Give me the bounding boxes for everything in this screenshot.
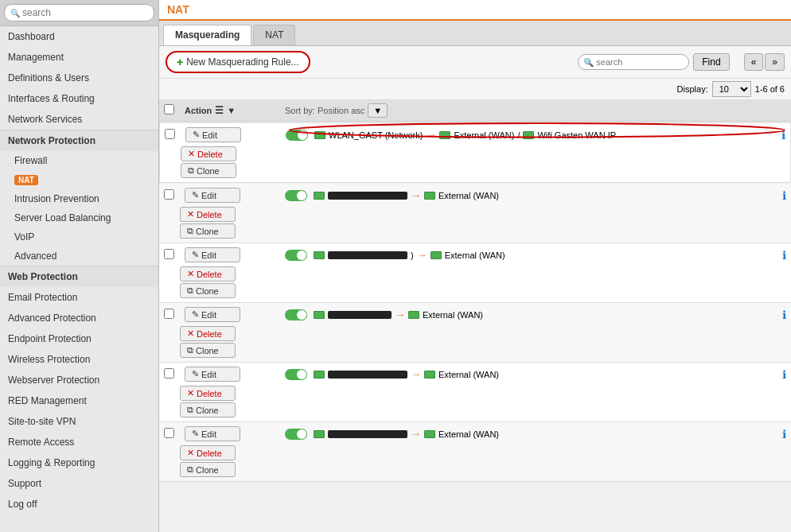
sidebar-item-interfaces-routing[interactable]: Interfaces & Routing bbox=[0, 88, 158, 109]
delete-icon-2: ✕ bbox=[187, 209, 194, 219]
edit-button-4[interactable]: ✎ Edit bbox=[185, 307, 240, 322]
clone-button-1[interactable]: ⧉ Clone bbox=[181, 163, 236, 178]
delete-icon-4: ✕ bbox=[187, 328, 194, 339]
action-dropdown-icon[interactable]: ▼ bbox=[227, 106, 236, 115]
rule-2-status-pill[interactable] bbox=[285, 190, 307, 201]
delete-button-2[interactable]: ✕ Delete bbox=[180, 207, 236, 222]
sidebar-item-network-services[interactable]: Network Services bbox=[0, 109, 158, 130]
rule-5-arrow: → bbox=[411, 368, 421, 380]
sidebar-item-advanced-protection[interactable]: Advanced Protection bbox=[0, 308, 158, 328]
rule-2-checkbox[interactable] bbox=[164, 189, 174, 200]
sidebar-item-intrusion-prevention[interactable]: Intrusion Prevention bbox=[0, 189, 158, 208]
clone-button-5[interactable]: ⧉ Clone bbox=[180, 402, 236, 417]
rule-5-info-icon[interactable]: ℹ bbox=[782, 368, 786, 381]
rule-3-status-pill[interactable] bbox=[285, 250, 307, 261]
toolbar-search-input[interactable] bbox=[578, 54, 689, 70]
clone-icon-6: ⧉ bbox=[187, 464, 193, 475]
sidebar-item-wireless-protection[interactable]: Wireless Protection bbox=[0, 349, 158, 370]
search-box bbox=[0, 0, 158, 26]
rule-5-status-pill[interactable] bbox=[285, 369, 307, 380]
nav-prev-button[interactable]: « bbox=[744, 53, 764, 71]
tab-nat[interactable]: NAT bbox=[253, 25, 295, 45]
rule-3-flag bbox=[314, 251, 325, 259]
sidebar-search-input[interactable] bbox=[4, 4, 154, 21]
sidebar-item-voip[interactable]: VoIP bbox=[0, 227, 158, 247]
nav-next-button[interactable]: » bbox=[765, 53, 785, 71]
edit-button-6[interactable]: ✎ Edit bbox=[185, 426, 240, 441]
sidebar-item-email-protection[interactable]: Email Protection bbox=[0, 287, 158, 308]
delete-icon-3: ✕ bbox=[187, 269, 194, 279]
rule-5-dest: External (WAN) bbox=[438, 370, 499, 379]
rule-1-description: WLAN_GAST (Network) → External (WAN) / W… bbox=[286, 129, 777, 141]
clone-button-4[interactable]: ⧉ Clone bbox=[180, 343, 236, 358]
rule-6-status-pill[interactable] bbox=[285, 429, 307, 440]
rule-3-dest: External (WAN) bbox=[445, 250, 505, 260]
edit-icon-6: ✎ bbox=[192, 429, 199, 439]
rule-1-info-icon[interactable]: ℹ bbox=[781, 129, 785, 142]
find-button[interactable]: Find bbox=[693, 53, 729, 71]
delete-icon-6: ✕ bbox=[187, 448, 194, 458]
sidebar-item-log-off[interactable]: Log off bbox=[0, 494, 158, 515]
rule-5-dest-flag bbox=[424, 371, 435, 379]
rule-3-checkbox[interactable] bbox=[164, 249, 174, 259]
rule-2-info-icon[interactable]: ℹ bbox=[782, 189, 786, 202]
tab-masquerading[interactable]: Masquerading bbox=[163, 25, 251, 45]
sort-label: Sort by: Position asc bbox=[285, 106, 364, 115]
rule-3-info-icon[interactable]: ℹ bbox=[782, 249, 786, 262]
rule-4-description: → External (WAN) bbox=[285, 309, 777, 320]
rule-4-checkbox[interactable] bbox=[164, 309, 174, 319]
sidebar-item-dashboard[interactable]: Dashboard bbox=[0, 26, 158, 47]
delete-button-6[interactable]: ✕ Delete bbox=[180, 445, 236, 460]
new-masquerading-rule-button[interactable]: + New Masquerading Rule... bbox=[166, 51, 310, 73]
rule-2-actions: ✕ Delete ⧉ Clone bbox=[159, 207, 791, 243]
delete-button-3[interactable]: ✕ Delete bbox=[180, 266, 236, 282]
sidebar-item-management[interactable]: Management bbox=[0, 47, 158, 68]
edit-button-2[interactable]: ✎ Edit bbox=[185, 188, 240, 203]
clone-button-3[interactable]: ⧉ Clone bbox=[180, 283, 236, 298]
nav-buttons: « » bbox=[744, 53, 785, 71]
rule-1-status-pill[interactable] bbox=[286, 130, 308, 141]
pagination-info: 1-6 of 6 bbox=[755, 84, 785, 94]
sidebar-section-web-protection: Web Protection bbox=[0, 266, 158, 287]
delete-button-1[interactable]: ✕ Delete bbox=[181, 146, 236, 161]
rule-4-arrow: → bbox=[395, 309, 405, 320]
sidebar-item-advanced[interactable]: Advanced bbox=[0, 247, 158, 266]
sidebar-item-server-load-balancing[interactable]: Server Load Balancing bbox=[0, 208, 158, 227]
sidebar-item-nat[interactable]: NAT bbox=[0, 170, 158, 189]
clone-button-2[interactable]: ⧉ Clone bbox=[180, 223, 236, 239]
rule-4-status-pill[interactable] bbox=[285, 309, 307, 320]
toolbar-search: 🔍 Find bbox=[578, 53, 729, 71]
sidebar-item-logging-reporting[interactable]: Logging & Reporting bbox=[0, 452, 158, 473]
sidebar-item-endpoint-protection[interactable]: Endpoint Protection bbox=[0, 328, 158, 349]
main-content: NAT Masquerading NAT + New Masquerading … bbox=[159, 0, 791, 532]
display-select[interactable]: 10 25 50 100 bbox=[712, 81, 751, 97]
edit-button-3[interactable]: ✎ Edit bbox=[185, 247, 240, 262]
sidebar-item-red-management[interactable]: RED Management bbox=[0, 390, 158, 411]
sidebar-item-webserver-protection[interactable]: Webserver Protection bbox=[0, 370, 158, 390]
sidebar-item-definitions-users[interactable]: Definitions & Users bbox=[0, 68, 158, 88]
edit-icon-1: ✎ bbox=[193, 130, 200, 140]
sidebar-item-support[interactable]: Support bbox=[0, 473, 158, 494]
action-column-header: Action ☰ ▼ bbox=[185, 105, 280, 116]
delete-button-4[interactable]: ✕ Delete bbox=[180, 326, 236, 341]
rule-3-source-blacked bbox=[328, 251, 407, 259]
action-menu-icon[interactable]: ☰ bbox=[215, 105, 224, 116]
clone-button-6[interactable]: ⧉ Clone bbox=[180, 462, 236, 477]
sidebar-item-remote-access[interactable]: Remote Access bbox=[0, 432, 158, 452]
sidebar-item-firewall[interactable]: Firewall bbox=[0, 151, 158, 170]
rule-4-actions: ✕ Delete ⧉ Clone bbox=[159, 326, 791, 362]
delete-button-5[interactable]: ✕ Delete bbox=[180, 386, 236, 401]
select-all-checkbox[interactable] bbox=[164, 104, 174, 115]
rule-4-info-icon[interactable]: ℹ bbox=[782, 309, 786, 321]
rule-6-checkbox[interactable] bbox=[164, 428, 174, 438]
rule-1-checkbox[interactable] bbox=[165, 129, 175, 139]
rule-1-extra-flag bbox=[523, 131, 534, 139]
rule-5-checkbox[interactable] bbox=[164, 368, 174, 379]
sort-button[interactable]: ▼ bbox=[368, 103, 388, 118]
edit-button-5[interactable]: ✎ Edit bbox=[185, 367, 240, 382]
edit-button-1[interactable]: ✎ Edit bbox=[185, 127, 241, 142]
sidebar-item-site-to-site-vpn[interactable]: Site-to-site VPN bbox=[0, 411, 158, 432]
edit-icon-4: ✎ bbox=[192, 309, 199, 320]
rule-6-info-icon[interactable]: ℹ bbox=[782, 428, 786, 441]
rule-3-dest-flag bbox=[431, 251, 442, 259]
